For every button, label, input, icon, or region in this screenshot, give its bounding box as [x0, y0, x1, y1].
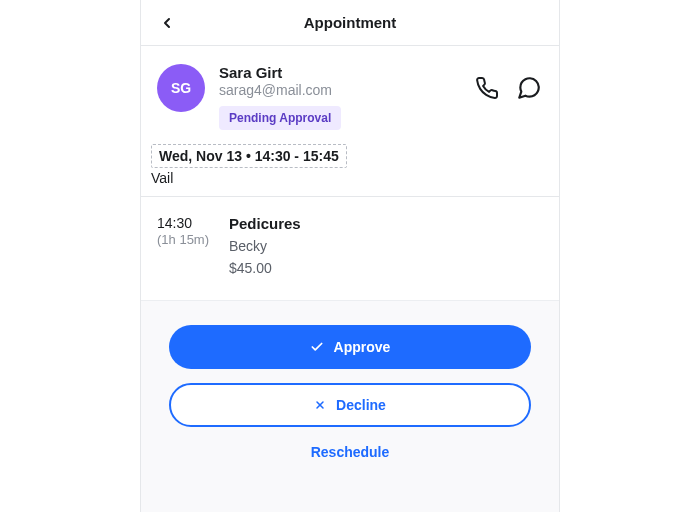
chevron-left-icon — [159, 15, 175, 31]
chat-button[interactable] — [515, 74, 543, 102]
service-row: 14:30 (1h 15m) Pedicures Becky $45.00 — [141, 197, 559, 300]
back-button[interactable] — [153, 9, 181, 37]
appointment-datetime[interactable]: Wed, Nov 13 • 14:30 - 15:45 — [151, 144, 347, 168]
appointment-panel: Appointment SG Sara Girt sarag4@mail.com… — [140, 0, 560, 512]
decline-button[interactable]: Decline — [169, 383, 531, 427]
client-email: sarag4@mail.com — [219, 82, 473, 98]
service-info: Pedicures Becky $45.00 — [229, 215, 543, 276]
service-time-block: 14:30 (1h 15m) — [157, 215, 229, 276]
approve-label: Approve — [334, 339, 391, 355]
service-start-time: 14:30 — [157, 215, 229, 231]
service-staff: Becky — [229, 238, 543, 254]
header-bar: Appointment — [141, 0, 559, 46]
call-button[interactable] — [473, 74, 501, 102]
approve-button[interactable]: Approve — [169, 325, 531, 369]
status-badge: Pending Approval — [219, 106, 341, 130]
service-price: $45.00 — [229, 260, 543, 276]
client-name: Sara Girt — [219, 64, 473, 81]
reschedule-button[interactable]: Reschedule — [169, 435, 531, 469]
service-name: Pedicures — [229, 215, 543, 232]
actions-section: Approve Decline Reschedule — [141, 300, 559, 512]
client-section: SG Sara Girt sarag4@mail.com Pending App… — [141, 46, 559, 136]
page-title: Appointment — [141, 14, 559, 31]
client-info: Sara Girt sarag4@mail.com Pending Approv… — [219, 64, 473, 130]
reschedule-label: Reschedule — [311, 444, 390, 460]
chat-icon — [516, 75, 542, 101]
phone-icon — [475, 76, 499, 100]
check-icon — [310, 340, 324, 354]
x-icon — [314, 399, 326, 411]
contact-actions — [473, 64, 543, 102]
service-duration: (1h 15m) — [157, 232, 229, 247]
decline-label: Decline — [336, 397, 386, 413]
avatar[interactable]: SG — [157, 64, 205, 112]
appointment-location: Vail — [151, 170, 559, 186]
